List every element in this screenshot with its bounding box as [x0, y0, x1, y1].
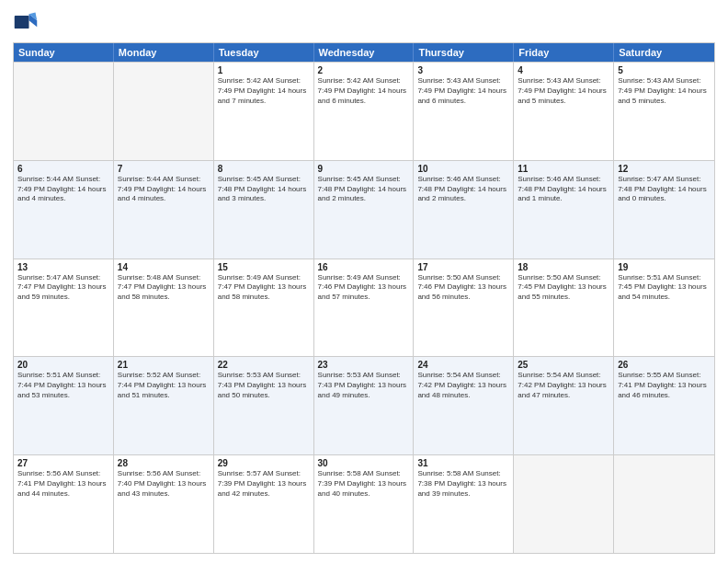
day-number: 9 — [318, 164, 410, 174]
logo — [13, 9, 42, 35]
calendar: SundayMondayTuesdayWednesdayThursdayFrid… — [13, 42, 715, 554]
cell-text: Sunrise: 5:44 AM Sunset: 7:49 PM Dayligh… — [17, 175, 109, 204]
cell-text: Sunrise: 5:57 AM Sunset: 7:39 PM Dayligh… — [218, 469, 310, 499]
calendar-row-2: 13Sunrise: 5:47 AM Sunset: 7:47 PM Dayli… — [14, 259, 714, 357]
cell-text: Sunrise: 5:47 AM Sunset: 7:48 PM Dayligh… — [618, 175, 711, 204]
calendar-cell-r3c5: 25Sunrise: 5:54 AM Sunset: 7:42 PM Dayli… — [514, 357, 614, 454]
weekday-header-wednesday: Wednesday — [314, 43, 415, 62]
cell-text: Sunrise: 5:58 AM Sunset: 7:39 PM Dayligh… — [318, 469, 410, 499]
calendar-cell-r0c1 — [114, 63, 214, 160]
calendar-cell-r0c4: 3Sunrise: 5:43 AM Sunset: 7:49 PM Daylig… — [414, 63, 514, 160]
cell-text: Sunrise: 5:51 AM Sunset: 7:44 PM Dayligh… — [17, 371, 109, 400]
cell-text: Sunrise: 5:54 AM Sunset: 7:42 PM Dayligh… — [417, 371, 509, 400]
header — [13, 9, 715, 35]
weekday-header-monday: Monday — [114, 43, 214, 62]
calendar-cell-r1c5: 11Sunrise: 5:46 AM Sunset: 7:48 PM Dayli… — [514, 161, 614, 259]
calendar-cell-r1c4: 10Sunrise: 5:46 AM Sunset: 7:48 PM Dayli… — [414, 161, 514, 259]
calendar-cell-r3c6: 26Sunrise: 5:55 AM Sunset: 7:41 PM Dayli… — [614, 357, 714, 454]
day-number: 31 — [417, 458, 509, 468]
day-number: 30 — [318, 458, 410, 468]
cell-text: Sunrise: 5:50 AM Sunset: 7:45 PM Dayligh… — [518, 273, 609, 303]
calendar-cell-r1c0: 6Sunrise: 5:44 AM Sunset: 7:49 PM Daylig… — [14, 161, 114, 259]
cell-text: Sunrise: 5:49 AM Sunset: 7:46 PM Dayligh… — [318, 273, 410, 303]
calendar-row-1: 6Sunrise: 5:44 AM Sunset: 7:49 PM Daylig… — [14, 160, 714, 259]
calendar-cell-r4c6 — [614, 455, 714, 553]
calendar-cell-r3c3: 23Sunrise: 5:53 AM Sunset: 7:43 PM Dayli… — [314, 357, 415, 454]
cell-text: Sunrise: 5:45 AM Sunset: 7:48 PM Dayligh… — [218, 175, 310, 204]
calendar-cell-r3c4: 24Sunrise: 5:54 AM Sunset: 7:42 PM Dayli… — [414, 357, 514, 454]
calendar-cell-r2c5: 18Sunrise: 5:50 AM Sunset: 7:45 PM Dayli… — [514, 259, 614, 357]
day-number: 16 — [318, 262, 410, 272]
calendar-cell-r2c0: 13Sunrise: 5:47 AM Sunset: 7:47 PM Dayli… — [14, 259, 114, 357]
calendar-cell-r0c6: 5Sunrise: 5:43 AM Sunset: 7:49 PM Daylig… — [614, 63, 714, 160]
calendar-cell-r1c6: 12Sunrise: 5:47 AM Sunset: 7:48 PM Dayli… — [614, 161, 714, 259]
day-number: 7 — [118, 164, 210, 174]
cell-text: Sunrise: 5:43 AM Sunset: 7:49 PM Dayligh… — [618, 76, 711, 106]
calendar-cell-r3c1: 21Sunrise: 5:52 AM Sunset: 7:44 PM Dayli… — [114, 357, 214, 454]
day-number: 25 — [518, 360, 609, 370]
cell-text: Sunrise: 5:44 AM Sunset: 7:49 PM Dayligh… — [118, 175, 210, 204]
day-number: 8 — [218, 164, 310, 174]
day-number: 3 — [417, 65, 509, 75]
calendar-row-3: 20Sunrise: 5:51 AM Sunset: 7:44 PM Dayli… — [14, 356, 714, 454]
calendar-cell-r0c3: 2Sunrise: 5:42 AM Sunset: 7:49 PM Daylig… — [314, 63, 415, 160]
day-number: 5 — [618, 65, 711, 75]
cell-text: Sunrise: 5:42 AM Sunset: 7:49 PM Dayligh… — [318, 76, 410, 106]
calendar-cell-r2c6: 19Sunrise: 5:51 AM Sunset: 7:45 PM Dayli… — [614, 259, 714, 357]
day-number: 12 — [618, 164, 711, 174]
day-number: 24 — [417, 360, 509, 370]
cell-text: Sunrise: 5:42 AM Sunset: 7:49 PM Dayligh… — [218, 76, 310, 106]
cell-text: Sunrise: 5:43 AM Sunset: 7:49 PM Dayligh… — [417, 76, 509, 106]
cell-text: Sunrise: 5:46 AM Sunset: 7:48 PM Dayligh… — [417, 175, 509, 204]
cell-text: Sunrise: 5:54 AM Sunset: 7:42 PM Dayligh… — [518, 371, 609, 400]
day-number: 1 — [218, 65, 310, 75]
calendar-cell-r0c5: 4Sunrise: 5:43 AM Sunset: 7:49 PM Daylig… — [514, 63, 614, 160]
day-number: 14 — [118, 262, 210, 272]
calendar-cell-r4c3: 30Sunrise: 5:58 AM Sunset: 7:39 PM Dayli… — [314, 455, 415, 553]
cell-text: Sunrise: 5:47 AM Sunset: 7:47 PM Dayligh… — [17, 273, 109, 303]
weekday-header-tuesday: Tuesday — [214, 43, 314, 62]
calendar-header: SundayMondayTuesdayWednesdayThursdayFrid… — [14, 43, 714, 62]
cell-text: Sunrise: 5:56 AM Sunset: 7:41 PM Dayligh… — [17, 469, 109, 499]
weekday-header-friday: Friday — [514, 43, 614, 62]
calendar-body: 1Sunrise: 5:42 AM Sunset: 7:49 PM Daylig… — [14, 62, 714, 553]
day-number: 11 — [518, 164, 609, 174]
day-number: 22 — [218, 360, 310, 370]
calendar-cell-r0c0 — [14, 63, 114, 160]
calendar-cell-r1c3: 9Sunrise: 5:45 AM Sunset: 7:48 PM Daylig… — [314, 161, 415, 259]
cell-text: Sunrise: 5:53 AM Sunset: 7:43 PM Dayligh… — [318, 371, 410, 400]
logo-icon — [13, 9, 39, 35]
cell-text: Sunrise: 5:58 AM Sunset: 7:38 PM Dayligh… — [417, 469, 509, 499]
calendar-cell-r3c2: 22Sunrise: 5:53 AM Sunset: 7:43 PM Dayli… — [214, 357, 314, 454]
svg-rect-3 — [15, 16, 29, 29]
cell-text: Sunrise: 5:53 AM Sunset: 7:43 PM Dayligh… — [218, 371, 310, 400]
calendar-row-0: 1Sunrise: 5:42 AM Sunset: 7:49 PM Daylig… — [14, 62, 714, 160]
day-number: 6 — [17, 164, 109, 174]
day-number: 20 — [17, 360, 109, 370]
day-number: 2 — [318, 65, 410, 75]
weekday-header-saturday: Saturday — [614, 43, 714, 62]
weekday-header-sunday: Sunday — [14, 43, 114, 62]
cell-text: Sunrise: 5:56 AM Sunset: 7:40 PM Dayligh… — [118, 469, 210, 499]
cell-text: Sunrise: 5:52 AM Sunset: 7:44 PM Dayligh… — [118, 371, 210, 400]
day-number: 29 — [218, 458, 310, 468]
day-number: 18 — [518, 262, 609, 272]
day-number: 10 — [417, 164, 509, 174]
day-number: 15 — [218, 262, 310, 272]
weekday-header-thursday: Thursday — [414, 43, 514, 62]
cell-text: Sunrise: 5:45 AM Sunset: 7:48 PM Dayligh… — [318, 175, 410, 204]
day-number: 21 — [118, 360, 210, 370]
calendar-cell-r4c2: 29Sunrise: 5:57 AM Sunset: 7:39 PM Dayli… — [214, 455, 314, 553]
cell-text: Sunrise: 5:55 AM Sunset: 7:41 PM Dayligh… — [618, 371, 711, 400]
day-number: 23 — [318, 360, 410, 370]
calendar-cell-r2c3: 16Sunrise: 5:49 AM Sunset: 7:46 PM Dayli… — [314, 259, 415, 357]
day-number: 28 — [118, 458, 210, 468]
calendar-cell-r4c1: 28Sunrise: 5:56 AM Sunset: 7:40 PM Dayli… — [114, 455, 214, 553]
cell-text: Sunrise: 5:49 AM Sunset: 7:47 PM Dayligh… — [218, 273, 310, 303]
cell-text: Sunrise: 5:46 AM Sunset: 7:48 PM Dayligh… — [518, 175, 609, 204]
calendar-cell-r1c2: 8Sunrise: 5:45 AM Sunset: 7:48 PM Daylig… — [214, 161, 314, 259]
calendar-cell-r0c2: 1Sunrise: 5:42 AM Sunset: 7:49 PM Daylig… — [214, 63, 314, 160]
calendar-row-4: 27Sunrise: 5:56 AM Sunset: 7:41 PM Dayli… — [14, 454, 714, 553]
calendar-cell-r3c0: 20Sunrise: 5:51 AM Sunset: 7:44 PM Dayli… — [14, 357, 114, 454]
day-number: 13 — [17, 262, 109, 272]
